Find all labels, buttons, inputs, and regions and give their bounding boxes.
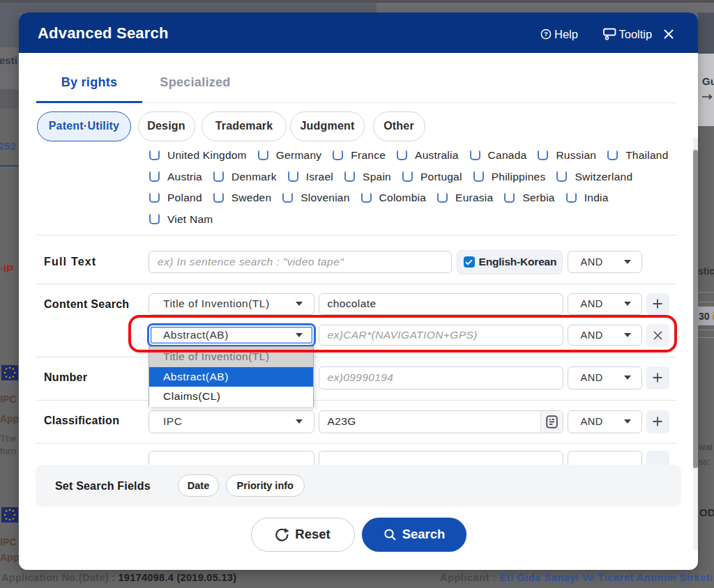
svg-text:?: ? bbox=[544, 30, 548, 38]
